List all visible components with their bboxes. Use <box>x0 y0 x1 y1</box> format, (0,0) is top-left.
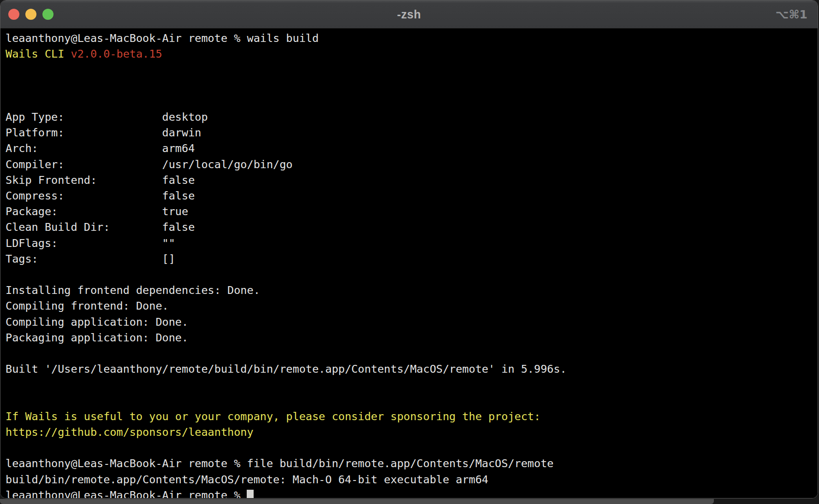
terminal-blank-line <box>6 62 818 77</box>
terminal-text: v2.0.0-beta.15 <box>71 47 162 60</box>
desktop: -zsh ⌥⌘1 leaanthony@Leas-MacBook-Air rem… <box>0 0 819 504</box>
terminal-text: App Type: desktop <box>6 111 208 123</box>
terminal-text: LDFlags: "" <box>6 237 175 250</box>
terminal-text: Packaging application: Done. <box>6 331 188 344</box>
terminal-line-build-info-package: Package: true <box>6 204 818 219</box>
terminal-line-step-compiling-frontend: Compiling frontend: Done. <box>6 298 818 314</box>
terminal-blank-line <box>6 393 818 409</box>
terminal-line-file-command-output: build/bin/remote.app/Contents/MacOS/remo… <box>6 472 818 487</box>
window-titlebar: -zsh ⌥⌘1 <box>0 0 818 29</box>
terminal-blank-line <box>6 440 818 456</box>
terminal-text: Skip Frontend: false <box>6 174 195 187</box>
terminal-text: Tags: [] <box>6 252 175 265</box>
terminal-text: leaanthony@Leas-MacBook-Air remote % wai… <box>6 32 319 45</box>
terminal-blank-line <box>6 267 818 282</box>
background-window-strip <box>0 499 714 504</box>
terminal-text: Built '/Users/leaanthony/remote/build/bi… <box>6 363 567 375</box>
terminal-line-build-info-compiler: Compiler: /usr/local/go/bin/go <box>6 157 818 172</box>
terminal-window: -zsh ⌥⌘1 leaanthony@Leas-MacBook-Air rem… <box>0 0 818 498</box>
terminal-line-build-info-compress: Compress: false <box>6 188 818 204</box>
terminal-text: Clean Build Dir: false <box>6 221 195 234</box>
terminal-line-build-info-clean-build-dir: Clean Build Dir: false <box>6 219 818 235</box>
terminal-text: Platform: darwin <box>6 126 201 139</box>
terminal-text: leaanthony@Leas-MacBook-Air remote % fil… <box>6 457 553 470</box>
terminal-line-step-installing-frontend-deps: Installing frontend dependencies: Done. <box>6 282 818 298</box>
terminal-text: Compiling frontend: Done. <box>6 299 169 312</box>
terminal-text: Installing frontend dependencies: Done. <box>6 284 260 297</box>
terminal-text: If Wails is useful to you or your compan… <box>6 410 540 423</box>
terminal-blank-line <box>6 78 818 94</box>
window-title: -zsh <box>0 8 818 21</box>
terminal-line-wails-cli-version: Wails CLI v2.0.0-beta.15 <box>6 46 818 62</box>
terminal-screen[interactable]: leaanthony@Leas-MacBook-Air remote % wai… <box>0 29 818 498</box>
terminal-line-build-info-ldflags: LDFlags: "" <box>6 235 818 251</box>
terminal-line-build-result: Built '/Users/leaanthony/remote/build/bi… <box>6 361 818 377</box>
close-button[interactable] <box>8 9 19 20</box>
terminal-line-prompt-current: leaanthony@Leas-MacBook-Air remote % <box>6 487 818 498</box>
terminal-text: build/bin/remote.app/Contents/MacOS/remo… <box>6 473 488 486</box>
terminal-text: Wails CLI <box>6 47 71 60</box>
zoom-button[interactable] <box>42 9 53 20</box>
terminal-text: Compress: false <box>6 189 195 202</box>
window-shortcut-badge: ⌥⌘1 <box>776 0 807 28</box>
terminal-line-sponsor-url: https://github.com/sponsors/leaanthony <box>6 424 818 440</box>
terminal-blank-line <box>6 346 818 361</box>
terminal-blank-line <box>6 94 818 109</box>
terminal-line-build-info-skip-frontend: Skip Frontend: false <box>6 172 818 188</box>
terminal-line-build-info-platform: Platform: darwin <box>6 125 818 141</box>
terminal-line-prompt-wails-build: leaanthony@Leas-MacBook-Air remote % wai… <box>6 30 818 46</box>
terminal-cursor <box>247 490 254 498</box>
minimize-button[interactable] <box>25 9 36 20</box>
terminal-text: https://github.com/sponsors/leaanthony <box>6 426 254 439</box>
terminal-line-step-compiling-application: Compiling application: Done. <box>6 314 818 330</box>
terminal-line-build-info-app-type: App Type: desktop <box>6 109 818 125</box>
terminal-line-step-packaging-application: Packaging application: Done. <box>6 330 818 346</box>
terminal-text: leaanthony@Leas-MacBook-Air remote % <box>6 489 247 498</box>
terminal-line-build-info-tags: Tags: [] <box>6 251 818 267</box>
terminal-line-build-info-arch: Arch: arm64 <box>6 141 818 156</box>
terminal-line-prompt-file-command: leaanthony@Leas-MacBook-Air remote % fil… <box>6 456 818 471</box>
terminal-text: Compiling application: Done. <box>6 316 188 328</box>
terminal-text: Package: true <box>6 205 188 218</box>
terminal-text: Compiler: /usr/local/go/bin/go <box>6 158 293 171</box>
terminal-line-sponsor-message: If Wails is useful to you or your compan… <box>6 409 818 424</box>
traffic-lights <box>8 0 53 28</box>
terminal-text: Arch: arm64 <box>6 142 195 155</box>
terminal-blank-line <box>6 377 818 393</box>
